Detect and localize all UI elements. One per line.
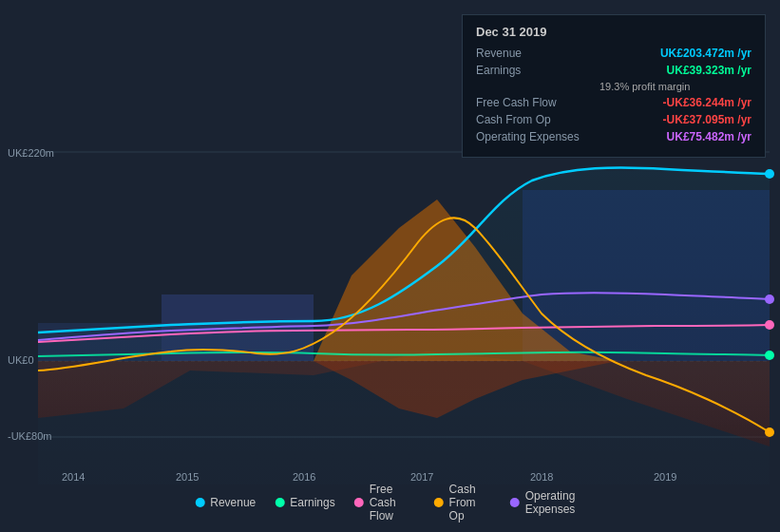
tooltip-revenue-row: Revenue UK£203.472m /yr (476, 47, 751, 60)
fcf-dot (354, 498, 364, 507)
x-label-2019: 2019 (654, 471, 676, 483)
legend-earnings[interactable]: Earnings (275, 496, 334, 509)
svg-point-9 (765, 169, 774, 179)
legend-revenue[interactable]: Revenue (195, 496, 256, 509)
x-label-2018: 2018 (530, 471, 553, 483)
y-label-0: UK£0 (8, 354, 34, 366)
tooltip-cashfromop-row: Cash From Op -UK£37.095m /yr (476, 113, 751, 126)
tooltip-fcf-label: Free Cash Flow (476, 96, 590, 109)
tooltip-date: Dec 31 2019 (476, 25, 751, 39)
opex-label: Operating Expenses (525, 489, 585, 516)
svg-point-11 (765, 320, 774, 330)
cash-from-op-dot (434, 498, 444, 507)
tooltip-earnings-row: Earnings UK£39.323m /yr (476, 64, 751, 77)
tooltip-revenue-label: Revenue (476, 47, 590, 60)
tooltip-earnings-label: Earnings (476, 64, 590, 77)
x-label-2015: 2015 (176, 471, 199, 483)
tooltip-cashfromop-value: -UK£37.095m /yr (663, 113, 751, 126)
legend-cash-from-op[interactable]: Cash From Op (434, 483, 491, 522)
earnings-dot (275, 498, 284, 507)
tooltip-fcf-row: Free Cash Flow -UK£36.244m /yr (476, 96, 751, 109)
tooltip-opex-row: Operating Expenses UK£75.482m /yr (476, 130, 751, 143)
svg-point-13 (765, 428, 774, 437)
revenue-label: Revenue (210, 496, 256, 509)
fcf-label: Free Cash Flow (370, 483, 415, 522)
x-label-2016: 2016 (293, 471, 315, 483)
y-label-neg80: -UK£80m (8, 430, 51, 442)
tooltip-cashfromop-label: Cash From Op (476, 113, 590, 126)
earnings-label: Earnings (290, 496, 334, 509)
tooltip-fcf-value: -UK£36.244m /yr (663, 96, 751, 109)
cash-from-op-label: Cash From Op (449, 483, 491, 522)
tooltip-profit-margin: 19.3% profit margin (599, 81, 751, 92)
tooltip-box: Dec 31 2019 Revenue UK£203.472m /yr Earn… (462, 14, 766, 158)
y-label-220: UK£220m (8, 147, 54, 159)
chart-legend: Revenue Earnings Free Cash Flow Cash Fro… (195, 483, 585, 522)
revenue-dot (195, 498, 204, 507)
opex-dot (510, 498, 520, 507)
tooltip-revenue-value: UK£203.472m /yr (660, 47, 751, 60)
svg-point-10 (765, 294, 774, 304)
tooltip-opex-label: Operating Expenses (476, 130, 590, 143)
x-label-2014: 2014 (62, 471, 85, 483)
svg-point-12 (765, 351, 774, 360)
legend-free-cash-flow[interactable]: Free Cash Flow (354, 483, 415, 522)
tooltip-opex-value: UK£75.482m /yr (667, 130, 751, 143)
tooltip-earnings-value: UK£39.323m /yr (667, 64, 751, 77)
x-label-2017: 2017 (410, 471, 433, 483)
legend-operating-expenses[interactable]: Operating Expenses (510, 489, 585, 516)
